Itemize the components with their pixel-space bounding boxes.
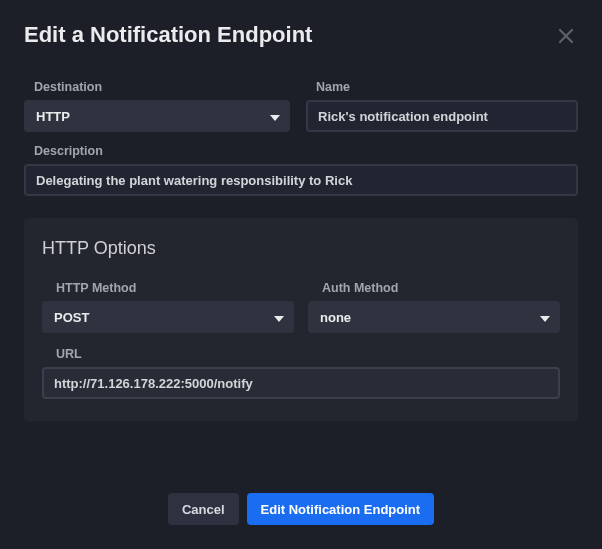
url-input[interactable]	[42, 367, 560, 399]
http-options-panel: HTTP Options HTTP Method POST Auth Metho…	[24, 218, 578, 421]
http-method-select[interactable]: POST	[42, 301, 294, 333]
caret-down-icon	[274, 308, 284, 326]
name-input[interactable]	[306, 100, 578, 132]
destination-value: HTTP	[36, 109, 70, 124]
edit-notification-endpoint-modal: Edit a Notification Endpoint Destination…	[0, 0, 602, 549]
cancel-button[interactable]: Cancel	[168, 493, 239, 525]
submit-button[interactable]: Edit Notification Endpoint	[247, 493, 435, 525]
http-method-label: HTTP Method	[42, 281, 294, 295]
name-group: Name	[306, 80, 578, 132]
auth-method-label: Auth Method	[308, 281, 560, 295]
http-method-group: HTTP Method POST	[42, 281, 294, 333]
description-group: Description	[24, 144, 578, 196]
auth-method-group: Auth Method none	[308, 281, 560, 333]
destination-group: Destination HTTP	[24, 80, 290, 132]
http-options-title: HTTP Options	[42, 238, 560, 259]
close-icon	[558, 28, 574, 44]
caret-down-icon	[270, 107, 280, 125]
row-method-auth: HTTP Method POST Auth Method none	[42, 281, 560, 333]
row-destination-name: Destination HTTP Name	[24, 80, 578, 132]
url-group: URL	[42, 347, 560, 399]
close-button[interactable]	[554, 24, 578, 48]
caret-down-icon	[540, 308, 550, 326]
url-label: URL	[42, 347, 560, 361]
name-label: Name	[306, 80, 578, 94]
http-method-value: POST	[54, 310, 89, 325]
auth-method-value: none	[320, 310, 351, 325]
description-label: Description	[24, 144, 578, 158]
destination-select[interactable]: HTTP	[24, 100, 290, 132]
modal-title: Edit a Notification Endpoint	[24, 22, 312, 48]
description-input[interactable]	[24, 164, 578, 196]
modal-footer: Cancel Edit Notification Endpoint	[24, 473, 578, 525]
auth-method-select[interactable]: none	[308, 301, 560, 333]
modal-header: Edit a Notification Endpoint	[24, 22, 578, 48]
destination-label: Destination	[24, 80, 290, 94]
